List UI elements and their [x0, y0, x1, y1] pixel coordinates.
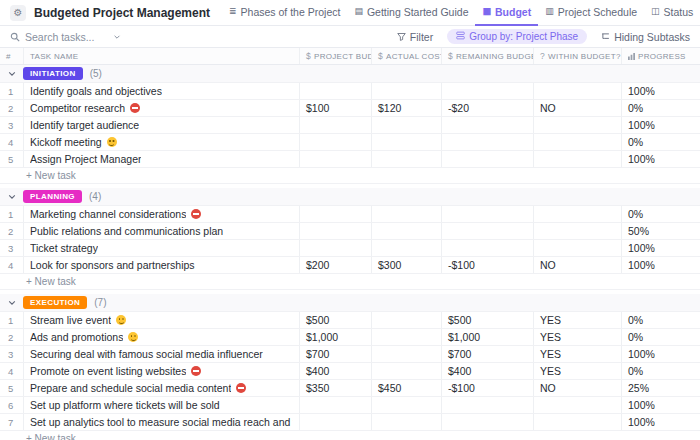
- within-budget-cell[interactable]: NO: [534, 100, 622, 116]
- tab-project-schedule[interactable]: ▥Project Schedule: [538, 0, 644, 26]
- actual-cost-cell[interactable]: [372, 134, 442, 150]
- within-budget-cell[interactable]: [534, 151, 622, 167]
- remaining-budget-cell[interactable]: [442, 134, 534, 150]
- remaining-budget-cell[interactable]: -$20: [442, 100, 534, 116]
- project-budget-cell[interactable]: $200: [300, 257, 372, 273]
- tab-status-of-activities[interactable]: ◫Status of Activities: [644, 0, 696, 26]
- project-budget-cell[interactable]: $100: [300, 100, 372, 116]
- tab-budget[interactable]: ▦Budget: [475, 0, 538, 26]
- tab-phases-of-the-project[interactable]: ≣Phases of the Project: [222, 0, 347, 26]
- actual-cost-cell[interactable]: $120: [372, 100, 442, 116]
- column-header-within-budget[interactable]: ?Within Budget?: [534, 48, 622, 64]
- actual-cost-cell[interactable]: [372, 151, 442, 167]
- progress-cell[interactable]: 100%: [622, 240, 700, 256]
- settings-icon[interactable]: ⚙: [10, 5, 26, 21]
- table-row[interactable]: 1Identify goals and objectives100%: [0, 83, 700, 100]
- project-budget-cell[interactable]: [300, 83, 372, 99]
- chevron-down-icon[interactable]: [8, 193, 16, 201]
- chevron-down-icon[interactable]: [8, 299, 16, 307]
- project-budget-cell[interactable]: [300, 206, 372, 222]
- actual-cost-cell[interactable]: [372, 414, 442, 430]
- progress-cell[interactable]: 0%: [622, 206, 700, 222]
- project-budget-cell[interactable]: [300, 134, 372, 150]
- remaining-budget-cell[interactable]: [442, 240, 534, 256]
- task-name-cell[interactable]: Look for sponsors and partnerships: [24, 257, 300, 273]
- progress-cell[interactable]: 100%: [622, 346, 700, 362]
- task-name-cell[interactable]: Marketing channel considerations: [24, 206, 300, 222]
- task-name-cell[interactable]: Promote on event listing websites: [24, 363, 300, 379]
- new-task-button[interactable]: + New task: [0, 431, 700, 440]
- actual-cost-cell[interactable]: [372, 240, 442, 256]
- remaining-budget-cell[interactable]: $400: [442, 363, 534, 379]
- table-row[interactable]: 2Public relations and communications pla…: [0, 223, 700, 240]
- table-row[interactable]: 1Marketing channel considerations0%: [0, 206, 700, 223]
- table-row[interactable]: 4Promote on event listing websites$400$4…: [0, 363, 700, 380]
- table-row[interactable]: 1Stream live event$500$500YES0%: [0, 312, 700, 329]
- actual-cost-cell[interactable]: [372, 397, 442, 413]
- actual-cost-cell[interactable]: $450: [372, 380, 442, 396]
- progress-cell[interactable]: 100%: [622, 151, 700, 167]
- task-name-cell[interactable]: Ticket strategy: [24, 240, 300, 256]
- project-budget-cell[interactable]: $400: [300, 363, 372, 379]
- actual-cost-cell[interactable]: [372, 83, 442, 99]
- actual-cost-cell[interactable]: [372, 312, 442, 328]
- project-budget-cell[interactable]: $700: [300, 346, 372, 362]
- task-name-cell[interactable]: Competitor research: [24, 100, 300, 116]
- remaining-budget-cell[interactable]: -$100: [442, 380, 534, 396]
- table-row[interactable]: 4Kickoff meeting0%: [0, 134, 700, 151]
- within-budget-cell[interactable]: YES: [534, 329, 622, 345]
- chevron-down-icon[interactable]: [8, 70, 16, 78]
- progress-cell[interactable]: 0%: [622, 312, 700, 328]
- remaining-budget-cell[interactable]: $1,000: [442, 329, 534, 345]
- project-budget-cell[interactable]: [300, 397, 372, 413]
- table-row[interactable]: 3Securing deal with famous social media …: [0, 346, 700, 363]
- within-budget-cell[interactable]: [534, 134, 622, 150]
- hiding-subtasks-button[interactable]: Hiding Subtasks: [601, 31, 690, 43]
- project-budget-cell[interactable]: [300, 223, 372, 239]
- within-budget-cell[interactable]: [534, 240, 622, 256]
- group-status-badge[interactable]: Planning: [23, 190, 82, 203]
- actual-cost-cell[interactable]: $300: [372, 257, 442, 273]
- within-budget-cell[interactable]: NO: [534, 380, 622, 396]
- task-name-cell[interactable]: Securing deal with famous social media i…: [24, 346, 300, 362]
- project-budget-cell[interactable]: $1,000: [300, 329, 372, 345]
- remaining-budget-cell[interactable]: [442, 117, 534, 133]
- actual-cost-cell[interactable]: [372, 117, 442, 133]
- actual-cost-cell[interactable]: [372, 223, 442, 239]
- progress-cell[interactable]: 0%: [622, 134, 700, 150]
- tab-getting-started-guide[interactable]: ▤Getting Started Guide: [347, 0, 475, 26]
- task-name-cell[interactable]: Stream live event: [24, 312, 300, 328]
- within-budget-cell[interactable]: [534, 414, 622, 430]
- actual-cost-cell[interactable]: [372, 363, 442, 379]
- table-row[interactable]: 7Set up analytics tool to measure social…: [0, 414, 700, 431]
- new-task-button[interactable]: + New task: [0, 274, 700, 290]
- new-task-button[interactable]: + New task: [0, 168, 700, 184]
- project-budget-cell[interactable]: [300, 151, 372, 167]
- progress-cell[interactable]: 0%: [622, 329, 700, 345]
- task-name-cell[interactable]: Set up analytics tool to measure social …: [24, 414, 300, 430]
- within-budget-cell[interactable]: YES: [534, 346, 622, 362]
- table-row[interactable]: 3Identify target audience100%: [0, 117, 700, 134]
- group-header-execution[interactable]: Execution(7): [0, 294, 700, 312]
- remaining-budget-cell[interactable]: -$100: [442, 257, 534, 273]
- within-budget-cell[interactable]: YES: [534, 312, 622, 328]
- table-row[interactable]: 6Set up platform where tickets will be s…: [0, 397, 700, 414]
- table-row[interactable]: 2Competitor research$100$120-$20NO0%: [0, 100, 700, 117]
- within-budget-cell[interactable]: YES: [534, 363, 622, 379]
- group-by-button[interactable]: Group by: Project Phase: [447, 29, 587, 44]
- within-budget-cell[interactable]: [534, 206, 622, 222]
- task-name-cell[interactable]: Ads and promotions: [24, 329, 300, 345]
- project-budget-cell[interactable]: $350: [300, 380, 372, 396]
- table-row[interactable]: 4Look for sponsors and partnerships$200$…: [0, 257, 700, 274]
- project-budget-cell[interactable]: [300, 414, 372, 430]
- progress-cell[interactable]: 100%: [622, 117, 700, 133]
- task-name-cell[interactable]: Assign Project Manager: [24, 151, 300, 167]
- group-status-badge[interactable]: Initiation: [23, 67, 83, 80]
- column-header-[interactable]: #: [0, 48, 24, 64]
- remaining-budget-cell[interactable]: [442, 83, 534, 99]
- actual-cost-cell[interactable]: [372, 329, 442, 345]
- project-budget-cell[interactable]: $500: [300, 312, 372, 328]
- table-row[interactable]: 3Ticket strategy100%: [0, 240, 700, 257]
- table-row[interactable]: 5Assign Project Manager100%: [0, 151, 700, 168]
- progress-cell[interactable]: 100%: [622, 257, 700, 273]
